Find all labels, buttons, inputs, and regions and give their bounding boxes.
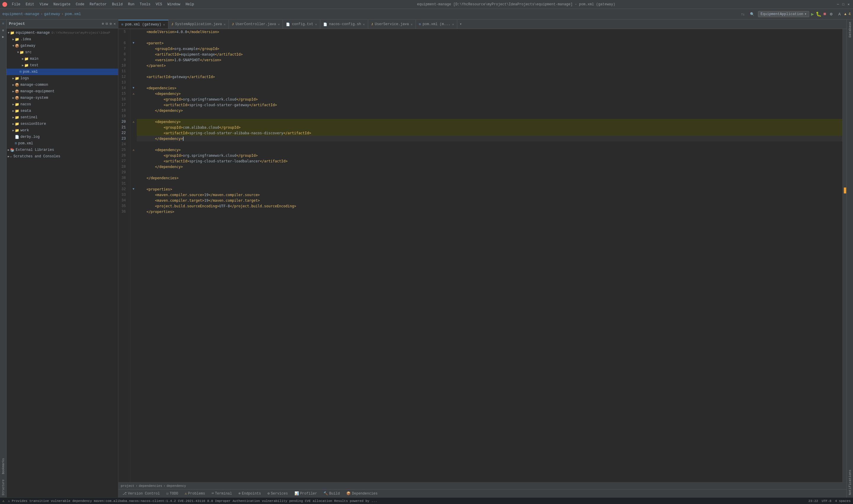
bottom-tab-build[interactable]: 🔨 Build [320,490,343,497]
tab-nacos-config[interactable]: 📄 nacos-config.sh ✕ [320,20,368,29]
debug-button[interactable]: 🐛 [816,11,822,17]
menu-build[interactable]: Build [109,2,125,7]
tab-icon-system-app: J [171,22,173,26]
commit-panel-icon[interactable]: ⊕ [0,27,6,33]
bottom-tab-problems[interactable]: ⚠ Problems [182,490,208,497]
status-spaces[interactable]: 4 spaces [835,499,851,503]
maximize-button[interactable]: □ [841,2,845,6]
tab-close-user-svc[interactable]: ✕ [411,22,413,26]
vcs-update-button[interactable]: ↑↓ [739,12,746,17]
warning-count[interactable]: ▲ 4 [844,12,851,16]
tree-item-nacos[interactable]: ▶ 📁 nacos [6,101,118,108]
tree-item-sentinel[interactable]: ▶ 📁 sentinel [6,114,118,121]
tree-item-manage-equipment[interactable]: ▶ 📦 manage-equipment [6,88,118,95]
editor-scroll-gutter[interactable] [842,29,847,482]
tab-config-txt[interactable]: 📄 config.txt ✕ [283,20,320,29]
tree-expand-icon[interactable]: ⊟ [106,22,108,26]
tree-item-pom-xml-root[interactable]: ▶ m pom.xml [6,140,118,147]
tab-icon-pom-gateway: m [121,23,123,26]
notifications-panel-label[interactable]: Notifications [848,467,852,498]
tab-user-service[interactable]: J UserService.java ✕ [368,20,416,29]
breadcrumb-part-dependency[interactable]: dependency [167,484,186,488]
tab-close-user-ctrl[interactable]: ✕ [278,22,280,26]
menu-help[interactable]: Help [183,2,196,7]
menu-vcs[interactable]: VCS [153,2,164,7]
menu-tools[interactable]: Tools [137,2,153,7]
menu-refactor[interactable]: Refactor [87,2,109,7]
menu-view[interactable]: View [37,2,51,7]
menu-window[interactable]: Window [165,2,182,7]
bottom-tab-endpoints[interactable]: ⊕ Endpoints [236,490,264,497]
menu-run[interactable]: Run [125,2,137,7]
tree-item-derby-log[interactable]: ▶ 📄 derby.log [6,134,118,140]
tree-item-sessionStore[interactable]: ▶ 📁 sessionStore [6,121,118,127]
run-panel-icon[interactable]: ▶ [0,34,6,40]
stop-button[interactable]: ■ [823,12,826,17]
menu-edit[interactable]: Edit [23,2,37,7]
breadcrumb-module[interactable]: gateway [44,12,60,16]
search-everywhere-button[interactable]: 🔍 [748,12,756,17]
tree-item-src[interactable]: ▼ 📁 src [6,49,118,56]
tree-close-icon[interactable]: ✕ [114,22,116,26]
tab-icon-pom-more: m [419,22,421,26]
breadcrumb-project[interactable]: equipment-manage [2,12,39,16]
translate-button[interactable]: A [836,12,842,17]
window-controls[interactable]: ─ □ ✕ [836,2,851,6]
breadcrumb-part-dependencies[interactable]: dependencies [139,484,162,488]
app-logo [2,2,7,7]
tree-item-work[interactable]: ▶ 📁 work [6,127,118,134]
tree-item-pom-xml[interactable]: ▶ m pom.xml [6,69,118,75]
code-content[interactable]: <modelVersion>4.0.0</modelVersion> <pare… [137,29,842,482]
tab-overflow-button[interactable]: ▾ [457,21,464,28]
tab-close-nacos-cfg[interactable]: ✕ [363,22,365,26]
breadcrumb-part-project[interactable]: project [121,484,134,488]
tree-settings-icon[interactable]: ⚙ [110,22,112,26]
tree-label-test: test [30,63,38,68]
tree-item-seata[interactable]: ▶ 📁 seata [6,108,118,114]
minimize-button[interactable]: ─ [836,2,840,6]
code-editor[interactable]: 5 6 7 8 9 10 11 12 13 14 15 16 17 18 19 … [118,29,847,482]
bottom-tab-profiler[interactable]: 📊 Profiler [292,490,320,497]
structure-icon[interactable]: Structure [0,479,6,496]
close-button[interactable]: ✕ [847,2,851,6]
status-encoding[interactable]: UTF-8 [822,499,831,503]
tab-close-config[interactable]: ✕ [315,22,317,26]
idea-folder-icon: 📁 [15,37,19,42]
menu-code[interactable]: Code [73,2,87,7]
bottom-tab-todo[interactable]: ☑ TODO [163,490,181,497]
tab-close-pom-more[interactable]: ✕ [452,22,454,26]
tree-collapse-icon[interactable]: ⊕ [102,22,104,26]
run-config-selector[interactable]: EquipmentApplication ▾ [758,11,809,17]
run-button[interactable]: ▶ [811,11,814,17]
bottom-tab-services[interactable]: ⚙ Services [265,490,291,497]
tab-close-pom-gateway[interactable]: ✕ [163,23,165,26]
settings-button[interactable]: ⚙ [828,12,835,17]
tree-item-root[interactable]: ▼ 📁 equipment-manage D:\YhcResource\myPr… [6,30,118,36]
database-panel-label[interactable]: Database [848,19,852,40]
menu-navigate[interactable]: Navigate [51,2,73,7]
breadcrumb-file[interactable]: pom.xml [65,12,81,16]
menu-file[interactable]: File [10,2,23,7]
tree-item-scratches[interactable]: ▶ ✏ Scratches and Consoles [6,153,118,160]
code-line-5: <modelVersion>4.0.0</modelVersion> [137,29,842,35]
tree-item-gateway[interactable]: ▼ 📦 gateway [6,42,118,49]
status-bar: ⚠ ⚠ Provides transitive vulnerable depen… [0,498,853,504]
tree-item-manage-common[interactable]: ▶ 📦 manage-common [6,82,118,88]
tree-item-main[interactable]: ▶ 📁 main [6,56,118,62]
tab-pom-gateway[interactable]: m pom.xml (gateway) ✕ [118,20,169,29]
tree-item-external-libs[interactable]: ▶ 📚 External Libraries [6,147,118,153]
menu-bar[interactable]: File Edit View Navigate Code Refactor Bu… [10,2,196,7]
project-panel-icon[interactable]: ≡ [0,21,6,26]
bottom-tab-terminal[interactable]: ⌨ Terminal [209,490,235,497]
tab-pom-more[interactable]: m pom.xml (m... ✕ [416,20,457,29]
tab-user-controller[interactable]: J UserController.java ✕ [229,20,283,29]
tab-close-system-app[interactable]: ✕ [224,22,226,26]
tree-item-test[interactable]: ▶ 📁 test [6,62,118,69]
bookmarks-icon[interactable]: Bookmarks [0,454,6,478]
tab-system-application[interactable]: J SystemApplication.java ✕ [169,20,229,29]
tree-item-logs[interactable]: ▶ 📁 logs [6,75,118,82]
bottom-tab-dependencies[interactable]: 📦 Dependencies [343,490,380,497]
tree-item-idea[interactable]: ▶ 📁 .idea [6,36,118,42]
bottom-tab-version-control[interactable]: ⎇ Version Control [120,490,163,497]
tree-item-manage-system[interactable]: ▶ 📦 manage-system [6,95,118,101]
